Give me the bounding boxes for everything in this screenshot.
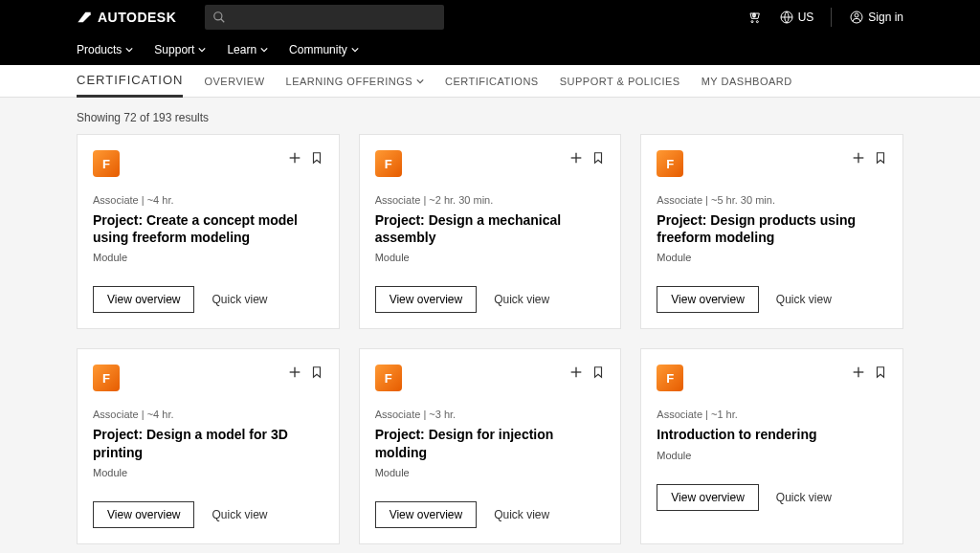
add-icon[interactable]: [851, 365, 866, 380]
chevron-down-icon: [125, 46, 133, 54]
brand-logo[interactable]: AUTODESK: [77, 10, 176, 25]
svg-point-3: [756, 21, 758, 23]
nav-products[interactable]: Products: [77, 43, 133, 56]
secondary-nav: Products Support Learn Community: [0, 34, 980, 65]
sign-in-button[interactable]: Sign in: [849, 10, 903, 25]
sign-in-text: Sign in: [868, 11, 903, 24]
quick-view-link[interactable]: Quick view: [212, 293, 267, 306]
svg-point-0: [214, 12, 222, 20]
svg-point-2: [751, 21, 753, 23]
view-overview-button[interactable]: View overview: [375, 501, 477, 528]
search-box[interactable]: [205, 5, 444, 30]
card-header: F: [657, 365, 887, 391]
add-icon[interactable]: [851, 150, 866, 166]
card-actions: [568, 365, 605, 380]
quick-view-link[interactable]: Quick view: [494, 508, 549, 521]
view-overview-button[interactable]: View overview: [375, 286, 477, 313]
header-right: 0 US Sign in: [746, 8, 903, 27]
fusion-icon: F: [657, 150, 683, 177]
chevron-down-icon: [198, 46, 206, 54]
card-actions: [568, 150, 605, 166]
region-selector[interactable]: US: [779, 10, 814, 25]
bookmark-icon[interactable]: [591, 150, 605, 166]
fusion-icon: F: [375, 365, 402, 391]
cart-button[interactable]: 0: [746, 10, 762, 25]
view-overview-button[interactable]: View overview: [657, 286, 758, 313]
card-meta: Associate | ~5 hr. 30 min.: [657, 194, 887, 206]
search-input[interactable]: [234, 11, 436, 24]
add-icon[interactable]: [568, 150, 584, 166]
svg-line-1: [221, 19, 225, 23]
card-title: Project: Design a model for 3D printing: [93, 426, 323, 460]
course-card: F Associate | ~2 hr. 30 min. Project: De…: [359, 134, 622, 329]
card-meta: Associate | ~4 hr.: [93, 409, 323, 420]
course-card: F Associate | ~3 hr. Project: Design for…: [359, 348, 622, 543]
tab-support-policies[interactable]: SUPPORT & POLICIES: [560, 76, 680, 87]
fusion-icon: F: [93, 365, 120, 391]
view-overview-button[interactable]: View overview: [93, 501, 194, 528]
card-header: F: [375, 150, 606, 177]
card-meta: Associate | ~3 hr.: [375, 409, 606, 420]
bookmark-icon[interactable]: [874, 150, 887, 166]
card-footer: View overview Quick view: [93, 501, 323, 528]
tab-learning-offerings[interactable]: LEARNING OFFERINGS: [286, 76, 424, 87]
bookmark-icon[interactable]: [310, 365, 323, 380]
quick-view-link[interactable]: Quick view: [776, 293, 832, 306]
globe-icon: [779, 10, 794, 25]
tab-certifications[interactable]: CERTIFICATIONS: [445, 76, 539, 87]
card-footer: View overview Quick view: [657, 484, 887, 511]
card-title: Project: Create a concept model using fr…: [93, 211, 323, 246]
add-icon[interactable]: [287, 150, 302, 166]
svg-text:0: 0: [752, 12, 755, 18]
brand-text: AUTODESK: [98, 10, 176, 25]
card-meta: Associate | ~2 hr. 30 min.: [375, 194, 606, 206]
add-icon[interactable]: [287, 365, 302, 380]
card-footer: View overview Quick view: [375, 501, 606, 528]
course-card: F Associate | ~4 hr. Project: Design a m…: [77, 348, 340, 543]
card-actions: [287, 150, 323, 166]
region-text: US: [798, 11, 814, 24]
card-title: Project: Design products using freeform …: [657, 211, 887, 246]
chevron-down-icon: [351, 46, 359, 54]
results-count: Showing 72 of 193 results: [77, 111, 903, 124]
course-card: F Associate | ~5 hr. 30 min. Project: De…: [640, 134, 903, 329]
card-header: F: [93, 150, 323, 177]
quick-view-link[interactable]: Quick view: [494, 293, 549, 306]
add-icon[interactable]: [568, 365, 584, 380]
card-footer: View overview Quick view: [93, 286, 323, 313]
card-type: Module: [375, 467, 606, 478]
card-actions: [851, 365, 887, 380]
nav-learn[interactable]: Learn: [227, 43, 268, 56]
nav-community[interactable]: Community: [289, 43, 359, 56]
svg-point-7: [855, 13, 858, 17]
card-title: Introduction to rendering: [657, 426, 887, 443]
card-type: Module: [375, 252, 606, 263]
bookmark-icon[interactable]: [591, 365, 605, 380]
bookmark-icon[interactable]: [874, 365, 887, 380]
card-footer: View overview Quick view: [375, 286, 606, 313]
fusion-icon: F: [657, 365, 683, 391]
nav-support[interactable]: Support: [154, 43, 206, 56]
view-overview-button[interactable]: View overview: [93, 286, 194, 313]
quick-view-link[interactable]: Quick view: [776, 491, 832, 504]
card-type: Module: [657, 252, 887, 263]
top-header: AUTODESK 0 US Sign in: [0, 0, 980, 34]
divider: [831, 8, 832, 27]
card-actions: [851, 150, 887, 166]
card-meta: Associate | ~1 hr.: [657, 409, 887, 420]
view-overview-button[interactable]: View overview: [657, 484, 758, 511]
course-card: F Associate | ~1 hr. Introduction to ren…: [640, 348, 903, 543]
card-header: F: [93, 365, 323, 391]
card-type: Module: [93, 252, 323, 263]
page-title: CERTIFICATION: [77, 73, 183, 98]
tab-overview[interactable]: OVERVIEW: [204, 76, 264, 87]
autodesk-logo-icon: [77, 10, 92, 25]
card-actions: [287, 365, 323, 380]
cart-icon: 0: [746, 10, 762, 25]
card-type: Module: [657, 450, 887, 461]
tab-my-dashboard[interactable]: MY DASHBOARD: [702, 76, 792, 87]
bookmark-icon[interactable]: [310, 150, 323, 166]
quick-view-link[interactable]: Quick view: [212, 508, 267, 521]
card-header: F: [657, 150, 887, 177]
content-area: Showing 72 of 193 results F Associate | …: [0, 98, 980, 553]
